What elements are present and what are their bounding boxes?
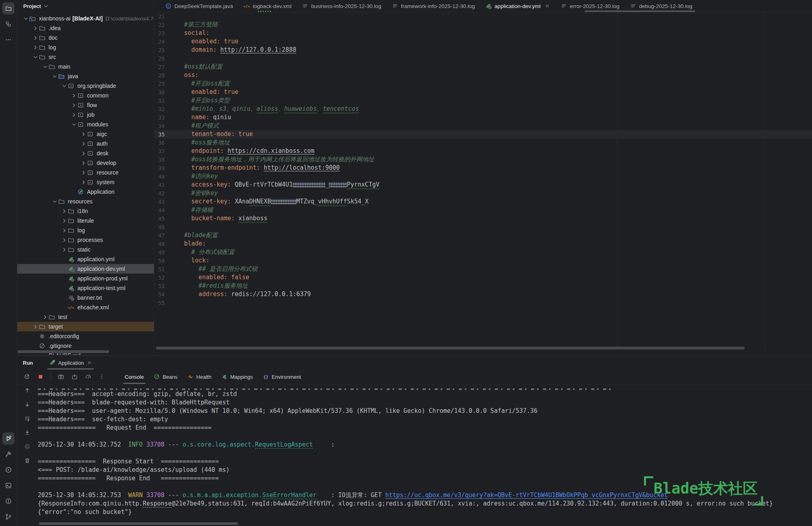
activity-button-services[interactable] [2, 464, 14, 476]
tree-item-application-test-yml[interactable]: application-test.yml [17, 283, 154, 293]
console-tab-environment[interactable]: {}Environment [259, 370, 305, 384]
run-tab-application[interactable]: Application [45, 356, 96, 370]
tree-item-resources[interactable]: resources [17, 197, 154, 206]
tree-item-label: main [58, 63, 70, 70]
tree-item-label: .idea [49, 25, 61, 31]
toolbar-button-profiler[interactable] [83, 372, 93, 382]
console-button-clear[interactable] [22, 456, 32, 465]
tree-item-log[interactable]: log [17, 225, 154, 235]
scrollend-icon [24, 429, 30, 436]
tree-item-org-springblade[interactable]: org.springblade [17, 81, 154, 91]
console-tab-health[interactable]: Health [183, 370, 216, 384]
softwrap-icon [24, 415, 30, 422]
tree-item-application-yml[interactable]: application.yml [17, 254, 154, 264]
tree-item-processes[interactable]: processes [17, 235, 154, 245]
activity-button-project[interactable] [2, 2, 14, 14]
line-number: 22 [154, 22, 165, 28]
activity-button-problems[interactable] [2, 495, 14, 507]
chevron-down-icon [61, 83, 68, 89]
console-tab-mappings[interactable]: Mappings [217, 370, 257, 384]
console-button-scroll-down[interactable] [22, 400, 32, 409]
activity-button-structure[interactable] [2, 18, 14, 30]
tree-item-path: D:\code\bladex\x4.7-20 [105, 16, 154, 22]
chevron-right-icon [42, 314, 49, 320]
tree-item-application-prod-yml[interactable]: application-prod.yml [17, 274, 154, 283]
toolbar-button-stop[interactable] [35, 372, 46, 382]
toolbar-button-rerun[interactable] [22, 372, 32, 382]
tree-item-application[interactable]: Application [17, 187, 154, 197]
line-number: 52 [154, 274, 165, 281]
tree-item-java[interactable]: java [17, 71, 154, 81]
tree-item-banner-txt[interactable]: banner.txt [17, 293, 154, 303]
close-icon[interactable] [87, 360, 92, 366]
tree-item-label: literule [77, 217, 94, 224]
java-class: C [165, 3, 172, 9]
tree-item-auth[interactable]: auth [17, 139, 154, 148]
editor-line-49: 49 # 分布式锁配置 [154, 248, 812, 256]
tree-item-idea[interactable]: .idea [17, 23, 154, 33]
tree-item-flow[interactable]: flow [17, 100, 154, 110]
toolbar-button-restore-layout[interactable] [69, 372, 80, 382]
console-button-scroll-up[interactable] [22, 386, 32, 395]
activity-button-build[interactable] [2, 448, 14, 460]
console-button-scroll-to-end[interactable] [22, 428, 32, 437]
activity-button-version-control[interactable] [2, 511, 14, 523]
editor-tab-business-info-2025-12-30-log[interactable]: business-info-2025-12-30.log [297, 0, 387, 12]
console-button-soft-wrap[interactable] [22, 414, 32, 423]
activity-button-terminal[interactable] [2, 479, 14, 491]
tree-item-editorconfig[interactable]: .editorconfig [17, 331, 154, 341]
tree-item-develop[interactable]: develop [17, 158, 154, 168]
tree-horizontal-scrollbar[interactable] [18, 350, 109, 353]
line-content: lock: [184, 256, 209, 265]
tree-item-system[interactable]: system [17, 177, 154, 187]
file-lines [392, 3, 398, 9]
editor-horizontal-scrollbar[interactable] [156, 347, 745, 349]
tree-item-literule[interactable]: literule [17, 216, 154, 225]
chevron-down-icon [51, 73, 58, 79]
editor-tab-logback-dev-xml[interactable]: </>logback-dev.xml [238, 0, 297, 12]
yaml-editor[interactable]: 2122#第三方登陆23social:24 enabled: true25 do… [154, 12, 812, 350]
tree-item-i18n[interactable]: i18n [17, 206, 154, 216]
tree-item-test[interactable]: test [17, 312, 154, 322]
console-horizontal-scrollbar[interactable] [39, 522, 238, 525]
activity-button-more-tool-windows[interactable] [2, 34, 14, 46]
tree-item-resource[interactable]: resource [17, 168, 154, 177]
tree-item-src[interactable]: src [17, 52, 154, 62]
tree-item-xianbnoss-ai[interactable]: xianbnoss-ai[BladeX-AI]D:\code\bladex\x4… [17, 14, 154, 23]
console-tab-beans[interactable]: Beans [150, 370, 182, 384]
restore-icon [71, 374, 78, 380]
tree-item-doc[interactable]: doc [17, 33, 154, 43]
tree-item-application-dev-yml[interactable]: application-dev.yml [17, 264, 154, 274]
tree-item-gitignore[interactable]: .gitignore [17, 341, 154, 351]
line-number: 34 [154, 123, 165, 129]
editor-line-31: 31 #开启oss类型 [154, 96, 812, 105]
folder [68, 217, 75, 224]
beans-icon [154, 374, 160, 380]
activity-button-run[interactable] [2, 433, 14, 445]
project-tree[interactable]: xianbnoss-ai[BladeX-AI]D:\code\bladex\x4… [17, 12, 154, 355]
editor-tab-deepseektemplate-java[interactable]: CDeepSeekTemplate.java [160, 0, 238, 12]
tree-item-ehcache-xml[interactable]: </>ehcache.xml [17, 303, 154, 312]
console-tab-label: Health [196, 374, 212, 380]
tree-item-main[interactable]: main [17, 62, 154, 71]
project-panel-header[interactable]: Project [17, 0, 154, 12]
chevron-right-icon [61, 246, 68, 253]
editor-tab-framework-info-2025-12-30-log[interactable]: framework-info-2025-12-30.log [387, 0, 480, 12]
tree-item-common[interactable]: common [17, 91, 154, 100]
toolbar-button-thread-dump[interactable] [56, 372, 66, 382]
tree-item-aigc[interactable]: aigc [17, 129, 154, 139]
editor-tab-application-dev-yml[interactable]: application-dev.yml [480, 0, 555, 12]
line-content: #minio、s3、qiniu、alioss、huaweiobs、tencent… [184, 105, 359, 113]
toolbar-button-more-options[interactable] [97, 372, 107, 382]
tree-item-label: static [77, 246, 91, 253]
console-tab-console[interactable]: Console [121, 370, 148, 384]
spring-run [49, 359, 55, 366]
tree-item-log[interactable]: log [17, 43, 154, 52]
tree-item-label: resources [68, 198, 92, 205]
tree-item-modules[interactable]: modules [17, 120, 154, 129]
tree-item-static[interactable]: static [17, 245, 154, 254]
tree-item-job[interactable]: job [17, 110, 154, 120]
close-icon[interactable] [545, 3, 550, 9]
tree-item-target[interactable]: target [17, 322, 154, 331]
tree-item-desk[interactable]: desk [17, 148, 154, 158]
